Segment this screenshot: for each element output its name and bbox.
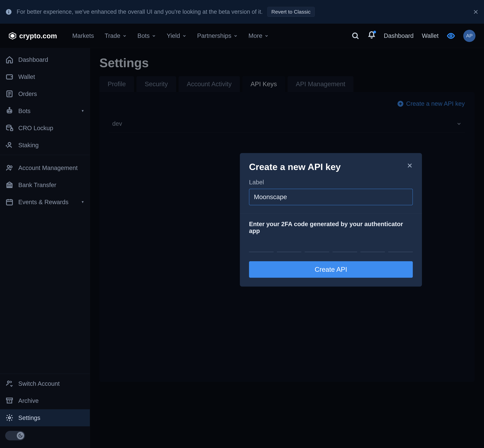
- database-lock-icon: [6, 124, 13, 132]
- archive-icon: [6, 397, 13, 405]
- sidebar-item-label: CRO Lockup: [18, 125, 53, 132]
- label-input[interactable]: [249, 189, 413, 205]
- sidebar-item-label: Orders: [18, 90, 37, 97]
- svg-point-7: [352, 33, 357, 38]
- brand[interactable]: crypto.com: [8, 32, 57, 40]
- close-banner-icon[interactable]: [473, 9, 479, 15]
- caret-down-icon: ▼: [81, 109, 84, 113]
- svg-rect-1: [8, 11, 9, 13]
- svg-point-22: [8, 143, 11, 145]
- sidebar-item-orders[interactable]: Orders: [0, 85, 90, 102]
- svg-rect-21: [10, 129, 13, 131]
- sidebar-item-label: Dashboard: [18, 56, 48, 63]
- sidebar: Dashboard Wallet Orders Bots ▼ CRO Locku…: [0, 48, 90, 448]
- visibility-toggle-icon[interactable]: [447, 32, 455, 40]
- nav-primary: Markets Trade Bots Yield Partnerships Mo…: [72, 32, 269, 39]
- sidebar-item-account-management[interactable]: Account Management: [0, 159, 90, 176]
- sidebar-item-label: Events & Rewards: [18, 199, 69, 206]
- moon-icon: [18, 433, 23, 438]
- label-field-label: Label: [249, 179, 413, 186]
- tfa-digit-5[interactable]: [360, 240, 385, 252]
- modal-close-icon[interactable]: [407, 162, 413, 169]
- sidebar-item-label: Staking: [18, 142, 39, 149]
- chevron-down-icon: [152, 34, 156, 38]
- tfa-digit-4[interactable]: [333, 240, 357, 252]
- banner-text: For better experience, we've enhanced th…: [17, 8, 263, 15]
- sidebar-item-bots[interactable]: Bots ▼: [0, 102, 90, 120]
- gear-icon: [6, 414, 13, 422]
- svg-rect-30: [7, 200, 13, 205]
- chevron-down-icon: [234, 34, 238, 38]
- nav-bots[interactable]: Bots: [137, 32, 156, 39]
- tfa-code-inputs: [249, 240, 413, 252]
- svg-point-24: [10, 166, 12, 168]
- tfa-prompt: Enter your 2FA code generated by your au…: [249, 214, 413, 240]
- chevron-down-icon: [122, 34, 127, 38]
- home-icon: [6, 56, 13, 64]
- sidebar-item-archive[interactable]: Archive: [0, 392, 90, 409]
- beta-banner: For better experience, we've enhanced th…: [0, 0, 484, 24]
- tfa-digit-1[interactable]: [249, 240, 273, 252]
- sidebar-item-wallet[interactable]: Wallet: [0, 68, 90, 85]
- svg-line-8: [357, 37, 358, 39]
- notifications-button[interactable]: [368, 31, 375, 40]
- create-api-key-modal: Create a new API key Label Enter your 2F…: [240, 153, 422, 287]
- sidebar-item-staking[interactable]: Staking: [0, 136, 90, 154]
- sidebar-item-settings[interactable]: Settings: [0, 409, 90, 426]
- nav-yield[interactable]: Yield: [167, 32, 186, 39]
- tfa-digit-2[interactable]: [277, 240, 302, 252]
- nav-markets[interactable]: Markets: [72, 32, 94, 39]
- switch-account-icon: [6, 380, 13, 388]
- sidebar-item-dashboard[interactable]: Dashboard: [0, 51, 90, 68]
- calendar-icon: [6, 198, 13, 206]
- svg-point-16: [8, 111, 9, 112]
- svg-point-20: [7, 125, 11, 127]
- sidebar-item-label: Archive: [18, 397, 39, 404]
- svg-rect-2: [8, 10, 9, 11]
- nav-more[interactable]: More: [248, 32, 269, 39]
- avatar[interactable]: AP: [463, 30, 476, 42]
- nav-dashboard-link[interactable]: Dashboard: [384, 32, 414, 39]
- revert-to-classic-button[interactable]: Revert to Classic: [267, 7, 315, 17]
- sidebar-item-label: Switch Account: [18, 380, 60, 387]
- bot-icon: [6, 107, 13, 115]
- search-icon[interactable]: [351, 32, 359, 40]
- top-nav: crypto.com Markets Trade Bots Yield Part…: [0, 24, 484, 48]
- nav-partnerships[interactable]: Partnerships: [197, 32, 238, 39]
- nav-trade[interactable]: Trade: [105, 32, 127, 39]
- svg-point-9: [450, 35, 452, 37]
- tfa-digit-3[interactable]: [305, 240, 329, 252]
- wallet-icon: [6, 73, 13, 81]
- caret-down-icon: ▼: [81, 200, 84, 204]
- svg-point-17: [10, 111, 11, 112]
- tfa-digit-6[interactable]: [388, 240, 413, 252]
- sidebar-item-events-rewards[interactable]: Events & Rewards ▼: [0, 193, 90, 211]
- notification-dot: [373, 31, 376, 33]
- svg-rect-35: [7, 398, 13, 400]
- brand-logo-icon: [8, 32, 16, 40]
- svg-point-34: [8, 381, 9, 383]
- sidebar-item-label: Settings: [18, 415, 40, 421]
- theme-toggle-knob: [17, 432, 24, 440]
- theme-toggle[interactable]: [5, 431, 25, 440]
- accounts-icon: [6, 164, 13, 172]
- orders-icon: [6, 90, 13, 98]
- brand-name: crypto.com: [19, 32, 57, 40]
- sidebar-item-label: Wallet: [18, 73, 35, 80]
- sidebar-item-cro-lockup[interactable]: CRO Lockup: [0, 120, 90, 136]
- sidebar-item-label: Bank Transfer: [18, 182, 56, 188]
- nav-wallet-link[interactable]: Wallet: [422, 32, 438, 39]
- chevron-down-icon: [265, 34, 269, 38]
- svg-point-23: [7, 165, 10, 168]
- svg-marker-6: [10, 34, 15, 38]
- nav-right: Dashboard Wallet AP: [351, 30, 476, 42]
- chevron-down-icon: [182, 34, 187, 38]
- sidebar-item-switch-account[interactable]: Switch Account: [0, 375, 90, 392]
- staking-icon: [6, 141, 13, 149]
- svg-point-37: [8, 417, 10, 419]
- modal-title: Create a new API key: [249, 162, 341, 172]
- sidebar-item-bank-transfer[interactable]: Bank Transfer: [0, 176, 90, 193]
- create-api-submit-button[interactable]: Create API: [249, 261, 413, 278]
- bank-icon: [6, 181, 13, 189]
- sidebar-item-label: Account Management: [18, 165, 78, 171]
